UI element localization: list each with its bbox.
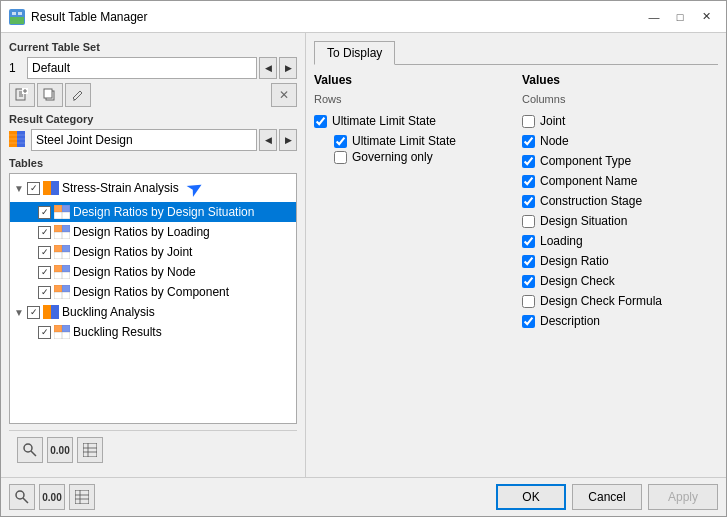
category-prev-button[interactable]: ◀ bbox=[259, 129, 277, 151]
rows-label: Rows bbox=[314, 93, 510, 105]
main-content: Current Table Set 1 Default ◀ ▶ bbox=[1, 33, 726, 477]
table-set-select[interactable]: Default bbox=[27, 57, 257, 79]
label-design-ratio: Design Ratio bbox=[540, 254, 609, 268]
apply-button[interactable]: Apply bbox=[648, 484, 718, 510]
label-component-type: Component Type bbox=[540, 154, 631, 168]
svg-rect-52 bbox=[62, 325, 70, 332]
tree-check-component[interactable] bbox=[38, 286, 51, 299]
table-set-next-button[interactable]: ▶ bbox=[279, 57, 297, 79]
bottom-toolbar-left: 0.00 bbox=[9, 430, 297, 469]
tree-label-stress: Stress-Strain Analysis bbox=[62, 181, 179, 195]
svg-rect-3 bbox=[18, 12, 22, 15]
new-table-button[interactable] bbox=[9, 83, 35, 107]
label-construction-stage: Construction Stage bbox=[540, 194, 642, 208]
table-set-number: 1 bbox=[9, 61, 21, 75]
checkbox-description[interactable] bbox=[522, 315, 535, 328]
footer-left-controls: 0.00 bbox=[9, 484, 95, 510]
checkbox-joint[interactable] bbox=[522, 115, 535, 128]
tree-label-buckling: Buckling Analysis bbox=[62, 305, 155, 319]
checkbox-design-check[interactable] bbox=[522, 275, 535, 288]
minimize-button[interactable]: — bbox=[642, 7, 666, 27]
result-category-row: Steel Joint Design ◀ ▶ bbox=[9, 129, 297, 151]
check-component-type: Component Type bbox=[522, 153, 718, 169]
check-ultimate-limit-state-top: Ultimate Limit State bbox=[314, 113, 510, 129]
tree-item-stress[interactable]: ▼ Stress-Strain Analysis ➤ bbox=[10, 174, 296, 202]
label-governing-only: Governing only bbox=[352, 150, 433, 164]
tables-section: Tables ▼ Stress-Strain Analysis ➤ bbox=[9, 157, 297, 424]
check-governing-only: Governing only bbox=[334, 149, 510, 165]
right-panel: To Display Values Rows Ultimate Limit St… bbox=[306, 33, 726, 477]
checkbox-design-check-formula[interactable] bbox=[522, 295, 535, 308]
checkbox-design-ratio[interactable] bbox=[522, 255, 535, 268]
checkbox-design-situation[interactable] bbox=[522, 215, 535, 228]
close-button[interactable]: ✕ bbox=[694, 7, 718, 27]
checkbox-construction-stage[interactable] bbox=[522, 195, 535, 208]
columns-label: Columns bbox=[522, 93, 718, 105]
footer-number-button[interactable]: 0.00 bbox=[39, 484, 65, 510]
tree-check-design-situations[interactable] bbox=[38, 206, 51, 219]
edit-table-button[interactable] bbox=[65, 83, 91, 107]
analysis-icon bbox=[43, 181, 59, 195]
footer: 0.00 OK Cancel Apply bbox=[1, 477, 726, 516]
check-loading: Loading bbox=[522, 233, 718, 249]
label-design-situation: Design Situation bbox=[540, 214, 627, 228]
svg-rect-46 bbox=[43, 305, 51, 319]
tree-item-design-situations[interactable]: Design Ratios by Design Situation bbox=[10, 202, 296, 222]
checkbox-component-type[interactable] bbox=[522, 155, 535, 168]
check-ultimate-limit-state-sub: Ultimate Limit State bbox=[334, 133, 510, 149]
checkbox-ultimate-limit-state-top[interactable] bbox=[314, 115, 327, 128]
expand-icon-buckling: ▼ bbox=[14, 307, 24, 318]
tree-label-node: Design Ratios by Node bbox=[73, 265, 196, 279]
checkbox-loading[interactable] bbox=[522, 235, 535, 248]
check-design-check: Design Check bbox=[522, 273, 718, 289]
number-button[interactable]: 0.00 bbox=[47, 437, 73, 463]
tree-check-joint[interactable] bbox=[38, 246, 51, 259]
delete-table-button[interactable]: ✕ bbox=[271, 83, 297, 107]
table-set-prev-button[interactable]: ◀ bbox=[259, 57, 277, 79]
tree-item-node[interactable]: Design Ratios by Node bbox=[10, 262, 296, 282]
analysis-icon-buckling bbox=[43, 305, 59, 319]
tree-item-component[interactable]: Design Ratios by Component bbox=[10, 282, 296, 302]
svg-rect-1 bbox=[10, 17, 24, 24]
to-display-content: Values Rows Ultimate Limit State Ultimat… bbox=[314, 73, 718, 469]
ok-button[interactable]: OK bbox=[496, 484, 566, 510]
svg-rect-61 bbox=[75, 490, 89, 504]
cancel-button[interactable]: Cancel bbox=[572, 484, 642, 510]
footer-table-button[interactable] bbox=[69, 484, 95, 510]
svg-line-60 bbox=[23, 498, 28, 503]
tree-item-joint[interactable]: Design Ratios by Joint bbox=[10, 242, 296, 262]
tree-check-loading[interactable] bbox=[38, 226, 51, 239]
current-table-set-section: Current Table Set 1 Default ◀ ▶ bbox=[9, 41, 297, 107]
tree-item-loading[interactable]: Design Ratios by Loading bbox=[10, 222, 296, 242]
footer-search-button[interactable] bbox=[9, 484, 35, 510]
tree-check-stress[interactable] bbox=[27, 182, 40, 195]
category-next-button[interactable]: ▶ bbox=[279, 129, 297, 151]
tree-check-buckling[interactable] bbox=[27, 306, 40, 319]
checkbox-component-name[interactable] bbox=[522, 175, 535, 188]
checkbox-node[interactable] bbox=[522, 135, 535, 148]
table-set-toolbar: ✕ bbox=[9, 83, 297, 107]
table-view-button[interactable] bbox=[77, 437, 103, 463]
tree-check-buckling-results[interactable] bbox=[38, 326, 51, 339]
title-bar: Result Table Manager — □ ✕ bbox=[1, 1, 726, 33]
table-icon-node bbox=[54, 265, 70, 279]
svg-rect-24 bbox=[54, 205, 62, 212]
table-icon-joint bbox=[54, 245, 70, 259]
label-description: Description bbox=[540, 314, 600, 328]
checkbox-ultimate-limit-state-sub[interactable] bbox=[334, 135, 347, 148]
svg-rect-25 bbox=[62, 205, 70, 212]
checkbox-governing-only[interactable] bbox=[334, 151, 347, 164]
label-ultimate-limit-state-sub: Ultimate Limit State bbox=[352, 134, 456, 148]
svg-rect-34 bbox=[54, 245, 62, 252]
tables-tree[interactable]: ▼ Stress-Strain Analysis ➤ bbox=[9, 173, 297, 424]
left-panel: Current Table Set 1 Default ◀ ▶ bbox=[1, 33, 306, 477]
tree-item-buckling[interactable]: ▼ Buckling Analysis bbox=[10, 302, 296, 322]
maximize-button[interactable]: □ bbox=[668, 7, 692, 27]
result-category-select[interactable]: Steel Joint Design bbox=[31, 129, 257, 151]
search-button[interactable] bbox=[17, 437, 43, 463]
tree-item-buckling-results[interactable]: Buckling Results bbox=[10, 322, 296, 342]
tab-to-display[interactable]: To Display bbox=[314, 41, 395, 65]
label-loading: Loading bbox=[540, 234, 583, 248]
tree-check-node[interactable] bbox=[38, 266, 51, 279]
copy-table-button[interactable] bbox=[37, 83, 63, 107]
